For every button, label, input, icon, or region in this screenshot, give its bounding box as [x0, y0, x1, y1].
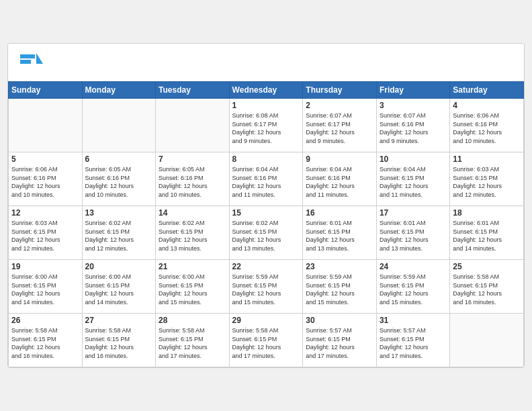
day-number: 13 — [85, 208, 153, 218]
cal-cell: 6Sunrise: 6:05 AM Sunset: 6:16 PM Daylig… — [82, 152, 156, 206]
day-info: Sunrise: 6:02 AM Sunset: 6:15 PM Dayligh… — [159, 219, 226, 253]
day-info: Sunrise: 5:58 AM Sunset: 6:15 PM Dayligh… — [232, 326, 300, 360]
col-header-thursday: Thursday — [303, 82, 377, 99]
cal-cell: 20Sunrise: 6:00 AM Sunset: 6:15 PM Dayli… — [82, 260, 156, 314]
day-info: Sunrise: 5:58 AM Sunset: 6:15 PM Dayligh… — [453, 273, 521, 306]
day-number: 30 — [306, 316, 373, 325]
col-header-tuesday: Tuesday — [156, 82, 230, 99]
col-header-sunday: Sunday — [9, 82, 83, 99]
day-info: Sunrise: 6:01 AM Sunset: 6:15 PM Dayligh… — [380, 219, 447, 253]
day-info: Sunrise: 6:04 AM Sunset: 6:16 PM Dayligh… — [232, 165, 300, 199]
cal-cell — [82, 99, 156, 152]
cal-cell: 2Sunrise: 6:07 AM Sunset: 6:17 PM Daylig… — [303, 99, 377, 152]
svg-rect-0 — [20, 54, 35, 58]
day-number: 5 — [11, 154, 79, 164]
week-row-3: 12Sunrise: 6:03 AM Sunset: 6:15 PM Dayli… — [9, 206, 524, 260]
cal-cell: 12Sunrise: 6:03 AM Sunset: 6:15 PM Dayli… — [9, 206, 83, 260]
day-number: 23 — [306, 262, 373, 271]
day-number: 10 — [380, 154, 447, 164]
cal-cell: 14Sunrise: 6:02 AM Sunset: 6:15 PM Dayli… — [156, 206, 230, 260]
day-info: Sunrise: 6:07 AM Sunset: 6:16 PM Dayligh… — [380, 111, 447, 145]
day-number: 8 — [232, 154, 300, 164]
day-info: Sunrise: 5:57 AM Sunset: 6:15 PM Dayligh… — [306, 326, 373, 360]
cal-cell: 22Sunrise: 5:59 AM Sunset: 6:15 PM Dayli… — [229, 260, 303, 314]
day-info: Sunrise: 6:00 AM Sunset: 6:15 PM Dayligh… — [11, 273, 79, 306]
cal-cell: 19Sunrise: 6:00 AM Sunset: 6:15 PM Dayli… — [9, 260, 83, 314]
cal-cell: 31Sunrise: 5:57 AM Sunset: 6:15 PM Dayli… — [376, 314, 449, 367]
cal-cell: 7Sunrise: 6:05 AM Sunset: 6:16 PM Daylig… — [156, 152, 230, 206]
day-info: Sunrise: 5:59 AM Sunset: 6:15 PM Dayligh… — [306, 273, 373, 306]
cal-cell: 8Sunrise: 6:04 AM Sunset: 6:16 PM Daylig… — [229, 152, 303, 206]
cal-cell: 11Sunrise: 6:03 AM Sunset: 6:15 PM Dayli… — [450, 152, 524, 206]
day-info: Sunrise: 6:01 AM Sunset: 6:15 PM Dayligh… — [306, 219, 373, 253]
day-number: 27 — [85, 316, 153, 325]
day-number: 6 — [85, 154, 153, 164]
day-info: Sunrise: 6:04 AM Sunset: 6:15 PM Dayligh… — [380, 165, 447, 199]
col-header-monday: Monday — [82, 82, 156, 99]
cal-cell: 5Sunrise: 6:06 AM Sunset: 6:16 PM Daylig… — [9, 152, 83, 206]
col-header-friday: Friday — [376, 82, 449, 99]
day-number: 18 — [453, 208, 521, 218]
cal-cell: 26Sunrise: 5:58 AM Sunset: 6:15 PM Dayli… — [9, 314, 83, 367]
cal-cell: 25Sunrise: 5:58 AM Sunset: 6:15 PM Dayli… — [450, 260, 524, 314]
cal-cell: 17Sunrise: 6:01 AM Sunset: 6:15 PM Dayli… — [376, 206, 449, 260]
day-info: Sunrise: 6:03 AM Sunset: 6:15 PM Dayligh… — [11, 219, 79, 253]
day-number: 19 — [11, 262, 79, 271]
week-row-1: 1Sunrise: 6:08 AM Sunset: 6:17 PM Daylig… — [9, 99, 524, 152]
day-number: 12 — [11, 208, 79, 218]
cal-cell: 9Sunrise: 6:04 AM Sunset: 6:16 PM Daylig… — [303, 152, 377, 206]
cal-cell: 24Sunrise: 5:59 AM Sunset: 6:15 PM Dayli… — [376, 260, 449, 314]
day-number: 14 — [159, 208, 226, 218]
week-row-5: 26Sunrise: 5:58 AM Sunset: 6:15 PM Dayli… — [9, 314, 524, 367]
svg-marker-2 — [36, 53, 43, 64]
day-info: Sunrise: 5:58 AM Sunset: 6:15 PM Dayligh… — [159, 326, 226, 360]
cal-cell: 1Sunrise: 6:08 AM Sunset: 6:17 PM Daylig… — [229, 99, 303, 152]
cal-cell: 30Sunrise: 5:57 AM Sunset: 6:15 PM Dayli… — [303, 314, 377, 367]
day-info: Sunrise: 6:05 AM Sunset: 6:16 PM Dayligh… — [85, 165, 153, 199]
day-info: Sunrise: 5:59 AM Sunset: 6:15 PM Dayligh… — [380, 273, 447, 306]
cal-cell: 29Sunrise: 5:58 AM Sunset: 6:15 PM Dayli… — [229, 314, 303, 367]
day-number: 9 — [306, 154, 373, 164]
cal-cell: 21Sunrise: 6:00 AM Sunset: 6:15 PM Dayli… — [156, 260, 230, 314]
day-info: Sunrise: 6:07 AM Sunset: 6:17 PM Dayligh… — [306, 111, 373, 145]
day-number: 16 — [306, 208, 373, 218]
day-number: 31 — [380, 316, 447, 325]
day-info: Sunrise: 6:08 AM Sunset: 6:17 PM Dayligh… — [232, 111, 300, 145]
cal-cell: 27Sunrise: 5:58 AM Sunset: 6:15 PM Dayli… — [82, 314, 156, 367]
cal-cell: 18Sunrise: 6:01 AM Sunset: 6:15 PM Dayli… — [450, 206, 524, 260]
day-number: 25 — [453, 262, 521, 271]
day-info: Sunrise: 5:59 AM Sunset: 6:15 PM Dayligh… — [232, 273, 300, 306]
day-info: Sunrise: 5:58 AM Sunset: 6:15 PM Dayligh… — [85, 326, 153, 360]
day-info: Sunrise: 6:01 AM Sunset: 6:15 PM Dayligh… — [453, 219, 521, 253]
cal-cell — [9, 99, 83, 152]
day-number: 15 — [232, 208, 300, 218]
cal-cell: 4Sunrise: 6:06 AM Sunset: 6:16 PM Daylig… — [450, 99, 524, 152]
day-number: 21 — [159, 262, 226, 271]
day-info: Sunrise: 6:06 AM Sunset: 6:16 PM Dayligh… — [11, 165, 79, 199]
week-row-2: 5Sunrise: 6:06 AM Sunset: 6:16 PM Daylig… — [9, 152, 524, 206]
day-info: Sunrise: 5:57 AM Sunset: 6:15 PM Dayligh… — [380, 326, 447, 360]
calendar-header — [8, 44, 524, 81]
cal-cell — [450, 314, 524, 367]
day-number: 3 — [380, 101, 447, 110]
day-number: 24 — [380, 262, 447, 271]
calendar-header-row: SundayMondayTuesdayWednesdayThursdayFrid… — [9, 82, 524, 99]
day-info: Sunrise: 6:02 AM Sunset: 6:15 PM Dayligh… — [85, 219, 153, 253]
day-info: Sunrise: 6:03 AM Sunset: 6:15 PM Dayligh… — [453, 165, 521, 199]
day-number: 22 — [232, 262, 300, 271]
day-number: 28 — [159, 316, 226, 325]
day-number: 29 — [232, 316, 300, 325]
calendar-table: SundayMondayTuesdayWednesdayThursdayFrid… — [8, 81, 524, 367]
day-info: Sunrise: 6:00 AM Sunset: 6:15 PM Dayligh… — [159, 273, 226, 306]
day-number: 1 — [232, 101, 300, 110]
col-header-saturday: Saturday — [450, 82, 524, 99]
cal-cell: 15Sunrise: 6:02 AM Sunset: 6:15 PM Dayli… — [229, 206, 303, 260]
day-info: Sunrise: 6:04 AM Sunset: 6:16 PM Dayligh… — [306, 165, 373, 199]
day-number: 7 — [159, 154, 226, 164]
logo — [19, 50, 46, 77]
cal-cell: 16Sunrise: 6:01 AM Sunset: 6:15 PM Dayli… — [303, 206, 377, 260]
cal-cell: 28Sunrise: 5:58 AM Sunset: 6:15 PM Dayli… — [156, 314, 230, 367]
day-info: Sunrise: 6:02 AM Sunset: 6:15 PM Dayligh… — [232, 219, 300, 253]
cal-cell: 3Sunrise: 6:07 AM Sunset: 6:16 PM Daylig… — [376, 99, 449, 152]
cal-cell: 10Sunrise: 6:04 AM Sunset: 6:15 PM Dayli… — [376, 152, 449, 206]
